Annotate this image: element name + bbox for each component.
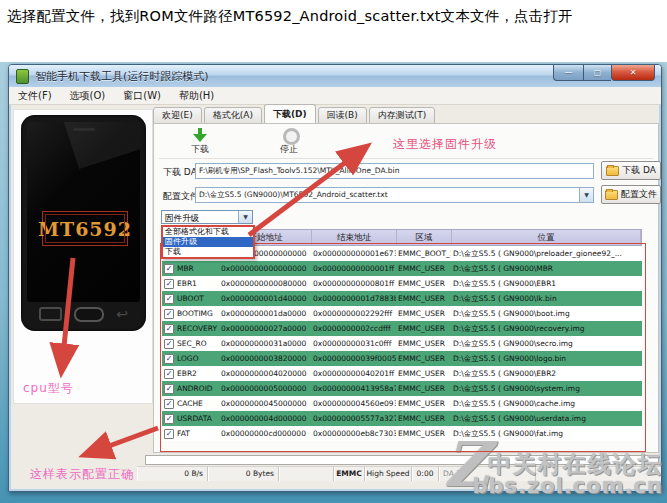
checkbox-checked[interactable]: ✓	[164, 324, 174, 334]
checkbox-checked[interactable]: ✓	[164, 264, 174, 274]
partition-name-cell: ✓EBR1	[162, 276, 219, 291]
table-row[interactable]: ✓FAT0x00000000cd0000000x00000000eb8c7303…	[162, 426, 642, 441]
location: D:\金立S5.5 ( GN9000\logo.bin	[451, 351, 640, 366]
menu-item-1[interactable]: 选项(O)	[61, 87, 115, 104]
table-row[interactable]: ✓EBR10x00000000000800000x00000000000801f…	[162, 276, 642, 291]
checkbox-checked[interactable]: ✓	[164, 309, 174, 319]
start-address: 0x0000000045000000	[219, 396, 311, 411]
column-header-2: 结束地址	[312, 230, 397, 245]
dropdown-option-1[interactable]: 固件升级	[163, 237, 253, 247]
close-button[interactable]: ✕	[611, 65, 655, 81]
phone-speaker	[73, 128, 95, 131]
da-label: 下载 DA	[163, 166, 197, 179]
scatter-browse-button[interactable]: 配置文件	[601, 185, 661, 204]
checkbox-checked[interactable]: ✓	[164, 384, 174, 394]
mode-dropdown[interactable]: 固件升级 ▼	[161, 210, 253, 224]
tab-4[interactable]: 内存测试(T)	[369, 107, 436, 124]
partition-name-cell: ✓ANDROID	[162, 381, 219, 396]
region: EMMC_BOOT_1	[396, 246, 451, 261]
chevron-down-icon[interactable]: ▼	[238, 211, 252, 223]
status-segment-2	[279, 467, 334, 481]
tab-1[interactable]: 格式化(A)	[204, 107, 262, 124]
tab-2[interactable]: 下载(D)	[264, 104, 316, 124]
partition-name-cell: ✓LOGO	[162, 351, 219, 366]
scatter-label: 配置文件	[163, 190, 199, 203]
status-bar: 0 B/s0 BytesEMMCHigh Speed0:00DA 3.	[137, 466, 661, 481]
partition-name: SEC_RO	[177, 336, 207, 351]
start-address: 0x000000004d000000	[219, 411, 311, 426]
minimize-button[interactable]: —	[553, 65, 584, 81]
start-address: 0x0000000001da0000	[219, 306, 311, 321]
checkbox-checked[interactable]: ✓	[164, 369, 174, 379]
stop-button[interactable]: 停止	[280, 143, 298, 156]
table-row[interactable]: ✓RECOVERY0x00000000027a00000x0000000002c…	[162, 321, 642, 336]
region: EMMC_USER	[396, 426, 451, 441]
da-path-input[interactable]: F:\刷机专用\SP_Flash_Toolv5.152\MTK_AllInOne…	[195, 163, 594, 179]
location: D:\金立S5.5 ( GN9000\EBR2	[451, 366, 640, 381]
partition-name-cell: ✓BOOTIMG	[162, 306, 219, 321]
menu-item-0[interactable]: 文件(F)	[9, 87, 61, 104]
checkbox-checked[interactable]: ✓	[164, 429, 174, 439]
table-row[interactable]: ✓ANDROID0x00000000050000000x000000004139…	[162, 381, 642, 396]
partition-name-cell: ✓UBOOT	[162, 291, 219, 306]
phone-back-button-icon: ↩	[116, 308, 128, 320]
column-header-3: 区域	[397, 230, 452, 245]
location: D:\金立S5.5 ( GN9000\MBR	[451, 261, 640, 276]
partition-name-cell: ✓RECOVERY	[162, 321, 219, 336]
annotation-config-ok: 这样表示配置正确	[30, 466, 134, 483]
phone-screen: MT6592	[27, 122, 140, 302]
dropdown-option-2[interactable]: 下载	[163, 247, 253, 257]
status-segment-3: EMMC	[334, 467, 365, 481]
maximize-button[interactable]: ▢	[584, 65, 611, 81]
table-row[interactable]: ✓MBR0x00000000000000000x00000000000001ff…	[162, 261, 642, 276]
partition-name: LOGO	[177, 351, 199, 366]
phone-home-button-icon	[74, 307, 104, 322]
checkbox-checked[interactable]: ✓	[164, 414, 174, 424]
table-row[interactable]: ✓SEC_RO0x00000000031a00000x00000000031c0…	[162, 336, 642, 351]
checkbox-checked[interactable]: ✓	[164, 354, 174, 364]
start-address: 0x0000000001d40000	[219, 291, 311, 306]
location: D:\金立S5.5 ( GN9000\userdata.img	[451, 411, 640, 426]
region: EMMC_USER	[396, 411, 451, 426]
table-row[interactable]: ✓BOOTIMG0x0000000001da00000x000000000229…	[162, 306, 642, 321]
partition-name-cell: ✓MBR	[162, 261, 219, 276]
partition-name: CACHE	[177, 396, 203, 411]
table-row[interactable]: ✓EBR20x00000000040200000x00000000040201f…	[162, 366, 642, 381]
end-address: 0x00000000040201ff	[311, 366, 396, 381]
download-icon[interactable]	[193, 128, 207, 142]
download-button[interactable]: 下载	[191, 143, 209, 156]
start-address: 0x00000000027a0000	[219, 321, 311, 336]
title-bar[interactable]: 智能手机下载工具(运行时跟踪模式) — ▢ ✕	[9, 65, 661, 87]
partition-name: EBR2	[177, 366, 197, 381]
start-address: 0x0000000000000000	[219, 261, 311, 276]
location: D:\金立S5.5 ( GN9000\EBR1	[451, 276, 640, 291]
scatter-browse-label: 配置文件	[621, 188, 657, 201]
end-address: 0x000000005577a327	[311, 411, 396, 426]
dropdown-option-0[interactable]: 全部格式化和下载	[163, 227, 253, 237]
toolbar-separator	[159, 158, 653, 159]
tab-strip: 欢迎(E)格式化(A)下载(D)回读(B)内存测试(T)	[153, 106, 437, 124]
menu-bar: 文件(F)选项(O)窗口(W)帮助(H)	[9, 87, 661, 105]
checkbox-checked[interactable]: ✓	[164, 339, 174, 349]
checkbox-checked[interactable]: ✓	[164, 294, 174, 304]
menu-item-3[interactable]: 帮助(H)	[170, 87, 223, 104]
da-browse-label: 下载 DA	[622, 164, 656, 177]
checkbox-checked[interactable]: ✓	[164, 399, 174, 409]
chip-box: MT6592	[42, 211, 128, 246]
end-address: 0x0000000001d7883b	[311, 291, 396, 306]
menu-item-2[interactable]: 窗口(W)	[114, 87, 170, 104]
checkbox-checked[interactable]: ✓	[164, 279, 174, 289]
table-row[interactable]: ✓LOGO0x00000000038200000x00000000039f000…	[162, 351, 642, 366]
region: EMMC_USER	[396, 321, 451, 336]
annotation-cpu-model: cpu型号	[23, 380, 74, 397]
tab-3[interactable]: 回读(B)	[318, 107, 367, 124]
chevron-down-icon[interactable]: ▼	[579, 188, 593, 202]
table-row[interactable]: ✓UBOOT0x0000000001d400000x0000000001d788…	[162, 291, 642, 306]
start-address: 0x0000000004020000	[219, 366, 311, 381]
scatter-path-combo[interactable]: D:\金立S5.5 (GN9000)\MT6592_Android_scatte…	[195, 187, 594, 203]
table-row[interactable]: ✓CACHE0x00000000450000000x000000004560e0…	[162, 396, 642, 411]
tab-0[interactable]: 欢迎(E)	[153, 107, 202, 124]
da-browse-button[interactable]: 下载 DA	[601, 161, 661, 180]
table-row[interactable]: ✓USRDATA0x000000004d0000000x000000005577…	[162, 411, 642, 426]
status-segment-1: 0 Bytes	[208, 467, 279, 481]
